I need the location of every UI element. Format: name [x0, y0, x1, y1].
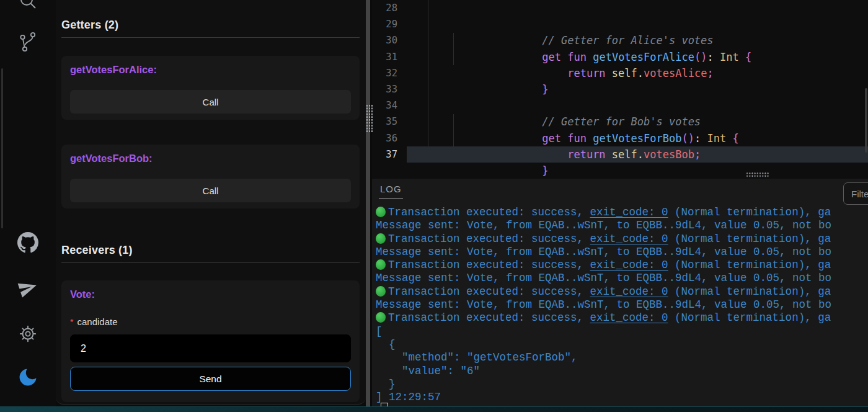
search-icon[interactable]: [17, 0, 38, 11]
log-header: LOG: [376, 182, 868, 205]
success-dot-icon: [376, 259, 386, 270]
success-dot-icon: [376, 312, 386, 323]
log-entry: Message sent: Vote, from EQAB..wSnT, to …: [376, 246, 868, 259]
code-text: }: [428, 130, 868, 146]
log-json-line: {: [376, 338, 868, 351]
exit-code-link[interactable]: exit_code: 0: [590, 285, 668, 298]
getter-card: getVotesForAlice: Call: [61, 56, 360, 120]
line-number: 34: [372, 97, 428, 114]
code-line: 37 }: [372, 146, 868, 163]
code-text: get fun getVotesForAlice(): Int {: [428, 16, 868, 32]
field-label: candidate: [77, 316, 117, 327]
log-tab[interactable]: LOG: [379, 182, 403, 199]
receivers-divider: [61, 262, 360, 263]
receiver-label: Vote:: [70, 289, 351, 300]
panel-resize-handle[interactable]: [366, 104, 373, 133]
code-lines: 28 // Getter for Alice's votes 29 get fu…: [372, 0, 868, 163]
send-button[interactable]: Send: [70, 367, 351, 391]
editor-log-column: 28 // Getter for Alice's votes 29 get fu…: [372, 0, 868, 406]
log-json-line: "value": "6": [376, 365, 868, 378]
log-entry-text: Transaction executed: success,: [388, 285, 590, 298]
log-entry-suffix: (Normal termination), ga: [668, 259, 831, 271]
code-editor[interactable]: 28 // Getter for Alice's votes 29 get fu…: [372, 0, 868, 179]
line-number: 35: [372, 114, 428, 130]
log-entries: Transaction executed: success, exit_code…: [376, 206, 868, 325]
exit-code-link[interactable]: exit_code: 0: [590, 233, 668, 245]
main-row: Getters (2) getVotesForAlice: Call getVo…: [0, 0, 868, 406]
log-body: Transaction executed: success, exit_code…: [376, 206, 868, 412]
contract-interaction-panel: Getters (2) getVotesForAlice: Call getVo…: [56, 0, 366, 405]
receiver-card: Vote: *candidate Send: [61, 280, 360, 402]
exit-code-link[interactable]: exit_code: 0: [590, 206, 668, 218]
log-entry: Transaction executed: success, exit_code…: [376, 311, 868, 325]
moon-theme-icon[interactable]: [17, 366, 39, 388]
log-entry: Message sent: Vote, from EQAB..wSnT, to …: [376, 219, 868, 232]
exit-code-link[interactable]: exit_code: 0: [590, 259, 668, 271]
log-entry-text: Message sent: Vote, from EQAB..wSnT, to …: [376, 219, 831, 231]
log-entry-text: Transaction executed: success,: [388, 233, 590, 245]
log-entry-text: Message sent: Vote, from EQAB..wSnT, to …: [376, 246, 831, 258]
log-json-line: "method": "getVotesForBob",: [376, 351, 868, 364]
getter-card: getVotesForBob: Call: [61, 145, 360, 208]
log-entry-suffix: (Normal termination), ga: [668, 233, 831, 245]
log-entry-text: Message sent: Vote, from EQAB..wSnT, to …: [376, 298, 831, 311]
log-json-line: }: [376, 378, 868, 391]
panel-scrollbar[interactable]: [366, 0, 370, 406]
log-entry: Transaction executed: success, exit_code…: [376, 285, 868, 298]
field-row: *candidate: [70, 316, 351, 327]
line-number: 29: [372, 16, 428, 32]
panel-divider: [366, 0, 372, 406]
code-text: return self.votesAlice;: [428, 32, 868, 48]
code-text: }: [428, 146, 868, 163]
success-dot-icon: [376, 286, 386, 297]
log-entry: Transaction executed: success, exit_code…: [376, 206, 868, 219]
getter-label: getVotesForBob:: [70, 153, 351, 164]
exit-code-link[interactable]: exit_code: 0: [590, 311, 668, 324]
code-line: 28 // Getter for Alice's votes: [372, 0, 868, 16]
line-number: 36: [372, 130, 428, 146]
getters-heading: Getters (2): [61, 19, 360, 32]
receivers-heading: Receivers (1): [61, 244, 360, 257]
call-button[interactable]: Call: [70, 179, 351, 202]
telegram-icon[interactable]: [18, 278, 38, 298]
success-dot-icon: [376, 207, 386, 217]
line-number: 28: [372, 0, 428, 16]
log-entry-text: Transaction executed: success,: [388, 259, 590, 271]
log-resize-handle[interactable]: [746, 172, 769, 178]
log-entry: Transaction executed: success, exit_code…: [376, 259, 868, 272]
line-number: 30: [372, 32, 428, 48]
log-entry-suffix: (Normal termination), ga: [668, 311, 831, 324]
code-line: 30 return self.votesAlice;: [372, 32, 868, 48]
code-line: 31 }: [372, 49, 868, 65]
code-text: }: [428, 49, 868, 65]
sidebar-scrollbar[interactable]: [1, 68, 3, 228]
log-json-output: [ { "method": "getVotesForBob", "value":…: [376, 325, 868, 405]
activity-bar: [0, 0, 56, 406]
log-json-line: ] 12:29:57: [376, 391, 868, 404]
candidate-input[interactable]: [70, 334, 351, 362]
settings-icon[interactable]: [17, 323, 39, 345]
code-line: 33 // Getter for Bob's votes: [372, 81, 868, 97]
line-number: 33: [372, 81, 428, 97]
code-line: 34 get fun getVotesForBob(): Int {: [372, 97, 868, 114]
code-line: 35 return self.votesBob;: [372, 114, 868, 130]
code-line: 29 get fun getVotesForAlice(): Int {: [372, 16, 868, 32]
call-button[interactable]: Call: [70, 90, 351, 114]
line-number: 37: [372, 146, 428, 163]
code-token: }: [542, 164, 548, 177]
getter-label: getVotesForAlice:: [70, 64, 351, 76]
line-number: 32: [372, 65, 428, 81]
code-line: 32: [372, 65, 868, 81]
log-entry-suffix: (Normal termination), ga: [668, 285, 831, 298]
code-text: [428, 65, 868, 81]
github-icon[interactable]: [17, 232, 38, 253]
filter-input[interactable]: [843, 182, 868, 205]
git-branch-icon[interactable]: [17, 31, 38, 53]
log-entry: Message sent: Vote, from EQAB..wSnT, to …: [376, 298, 868, 311]
log-entry-text: Message sent: Vote, from EQAB..wSnT, to …: [376, 272, 831, 284]
success-dot-icon: [376, 233, 386, 244]
required-asterisk: *: [70, 317, 73, 327]
bottom-status-bar: [0, 406, 868, 412]
log-entry: Transaction executed: success, exit_code…: [376, 233, 868, 246]
log-entry-suffix: (Normal termination), ga: [668, 206, 831, 218]
